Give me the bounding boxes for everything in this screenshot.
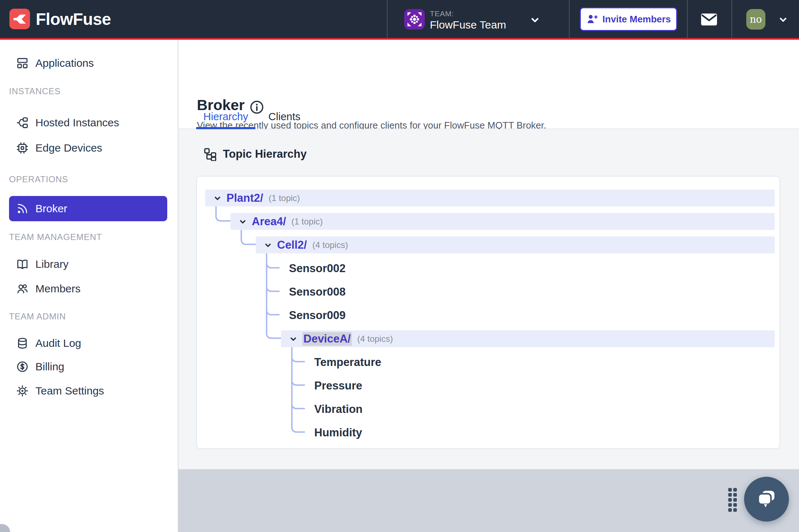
team-name: FlowFuse Team	[430, 19, 506, 31]
chevron-down-icon	[777, 13, 789, 27]
tab-clients[interactable]: Clients	[261, 108, 308, 129]
drag-dot	[733, 498, 737, 502]
content-area: Topic Hierarchy Plant2/(1 topic)Area4/(1…	[178, 129, 799, 532]
drag-dot	[733, 503, 737, 507]
chevron-down-icon	[238, 217, 248, 227]
invite-members-button[interactable]: Invite Members	[580, 7, 677, 31]
tree-branch-area4[interactable]: Area4/(1 topic)	[230, 213, 775, 230]
tree-branch-label-selected: DeviceA/	[302, 332, 352, 346]
members-icon	[16, 283, 29, 295]
sidebar-item-billing[interactable]: Billing	[9, 357, 167, 377]
tree-leaf-temperature[interactable]: Temperature	[314, 354, 381, 371]
team-selector[interactable]: TEAM: FlowFuse Team	[396, 0, 562, 38]
topic-count: (4 topics)	[357, 334, 393, 344]
team-avatar	[404, 9, 425, 31]
team-settings-icon	[16, 385, 29, 397]
sidebar-item-label: Team Settings	[35, 385, 104, 397]
topic-count: (1 topic)	[291, 217, 323, 227]
tree-leaf-sensor008[interactable]: Sensor008	[289, 283, 346, 300]
brand-name: FlowFuse	[36, 9, 111, 29]
tree-connector	[266, 253, 281, 339]
drag-dot	[733, 508, 737, 512]
drag-dot	[728, 488, 732, 492]
user-avatar: no	[746, 9, 765, 30]
user-plus-icon	[586, 13, 598, 25]
tree-leaf-vibration[interactable]: Vibration	[314, 401, 363, 418]
top-navbar: FlowFuse TEAM: FlowFuse Team	[0, 0, 799, 40]
sidebar-item-applications[interactable]: Applications	[9, 53, 167, 73]
bottom-band	[178, 469, 799, 532]
tree-connector	[215, 206, 230, 222]
user-menu[interactable]: no	[746, 9, 789, 30]
sidebar-item-label: Broker	[35, 202, 67, 215]
sidebar-item-broker[interactable]: Broker	[9, 196, 167, 221]
hosted-instances-icon	[16, 117, 29, 129]
flowfuse-logo-icon	[9, 9, 30, 29]
drag-dot	[728, 498, 732, 502]
sidebar-item-hosted-instances[interactable]: Hosted Instances	[9, 113, 167, 133]
brand-logo[interactable]: FlowFuse	[9, 9, 111, 29]
tree-leaf-sensor002[interactable]: Sensor002	[289, 260, 346, 277]
flowfuse-app: FlowFuse TEAM: FlowFuse Team	[0, 0, 799, 532]
notifications-mail-button[interactable]	[701, 13, 717, 26]
applications-icon	[16, 57, 29, 69]
navbar-divider	[387, 0, 388, 38]
sidebar-item-label: Audit Log	[35, 337, 81, 349]
tree-leaf-pressure[interactable]: Pressure	[314, 377, 362, 394]
sidebar-item-library[interactable]: Library	[9, 254, 167, 274]
sidebar-section-instances: INSTANCES	[9, 86, 61, 97]
sidebar-section-operations: OPERATIONS	[9, 174, 68, 185]
sidebar-item-label: Members	[35, 283, 81, 295]
sidebar-section-team-management: TEAM MANAGEMENT	[9, 232, 102, 243]
hierarchy-icon	[203, 147, 217, 161]
drag-dot	[728, 503, 732, 507]
tree-branch-cell2[interactable]: Cell2/(4 topics)	[256, 236, 775, 253]
drag-dot	[728, 493, 732, 497]
chat-bubbles-icon	[755, 488, 778, 510]
topic-hierarchy-card: Plant2/(1 topic)Area4/(1 topic)Cell2/(4 …	[196, 176, 780, 449]
navbar-divider	[687, 0, 688, 38]
chevron-down-icon	[288, 334, 298, 344]
drag-handle[interactable]	[728, 488, 737, 512]
tree-connector	[291, 347, 305, 433]
topic-count: (4 topics)	[312, 240, 348, 250]
drag-dot	[733, 488, 737, 492]
navbar-divider	[569, 0, 570, 38]
tree-branch-plant2[interactable]: Plant2/(1 topic)	[205, 189, 775, 206]
sidebar-item-label: Edge Devices	[35, 142, 102, 154]
tree-branch-label: Area4/	[252, 215, 286, 228]
sidebar: ApplicationsINSTANCESHosted InstancesEdg…	[0, 40, 178, 532]
sidebar-item-members[interactable]: Members	[9, 279, 167, 299]
sidebar-item-label: Billing	[35, 361, 64, 373]
chevron-down-icon	[263, 240, 273, 250]
page-header: Broker View the recently used topics and…	[178, 40, 799, 129]
topic-tree: Plant2/(1 topic)Area4/(1 topic)Cell2/(4 …	[197, 176, 779, 448]
sidebar-item-edge-devices[interactable]: Edge Devices	[9, 138, 167, 158]
sidebar-item-label: Hosted Instances	[35, 117, 119, 129]
tab-bar: HierarchyClients	[196, 108, 308, 129]
tree-leaf-sensor009[interactable]: Sensor009	[289, 307, 346, 324]
tree-leaf-humidity[interactable]: Humidity	[314, 424, 362, 441]
navbar-divider	[731, 0, 732, 38]
mail-icon	[701, 13, 717, 26]
library-icon	[16, 258, 29, 270]
chat-launcher-button[interactable]	[744, 477, 789, 522]
team-label: TEAM:	[430, 9, 454, 18]
sidebar-section-team-admin: TEAM ADMIN	[9, 311, 66, 322]
audit-log-icon	[16, 337, 29, 349]
section-title: Topic Hierarchy	[223, 148, 307, 161]
sidebar-item-audit-log[interactable]: Audit Log	[9, 333, 167, 353]
chevron-down-icon	[212, 193, 223, 203]
sidebar-item-label: Library	[35, 258, 69, 270]
tree-branch-devicea[interactable]: DeviceA/(4 topics)	[281, 330, 775, 347]
sidebar-item-team-settings[interactable]: Team Settings	[9, 381, 167, 401]
tree-branch-label: Cell2/	[277, 239, 307, 252]
tree-branch-label: Plant2/	[226, 192, 263, 205]
billing-icon	[16, 361, 29, 373]
topic-count: (1 topic)	[269, 193, 300, 203]
main-content: Broker View the recently used topics and…	[178, 40, 799, 532]
broker-icon	[16, 202, 29, 215]
edge-devices-icon	[16, 142, 29, 154]
tab-hierarchy[interactable]: Hierarchy	[196, 108, 255, 129]
chevron-down-icon	[528, 13, 541, 28]
